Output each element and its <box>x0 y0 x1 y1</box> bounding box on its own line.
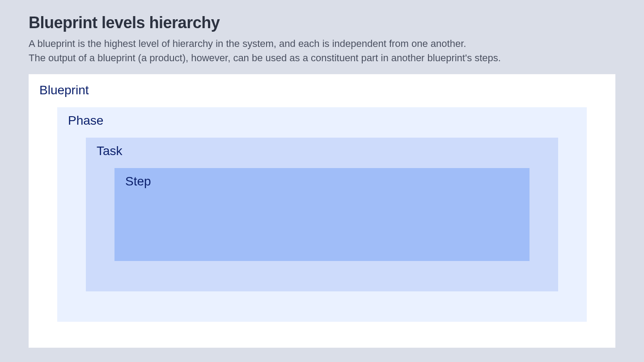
description-line-2: The output of a blueprint (a product), h… <box>29 52 501 63</box>
description-line-1: A blueprint is the highest level of hier… <box>29 38 466 49</box>
step-container: Step <box>114 168 530 261</box>
blueprint-label: Blueprint <box>39 83 587 97</box>
phase-container: Phase Task Step <box>57 107 587 322</box>
task-container: Task Step <box>86 138 558 291</box>
phase-label: Phase <box>68 114 558 128</box>
page-title: Blueprint levels hierarchy <box>29 13 615 32</box>
step-label: Step <box>125 174 501 189</box>
page-description: A blueprint is the highest level of hier… <box>29 37 615 65</box>
task-label: Task <box>97 144 530 158</box>
blueprint-container: Blueprint Phase Task Step <box>29 74 615 348</box>
